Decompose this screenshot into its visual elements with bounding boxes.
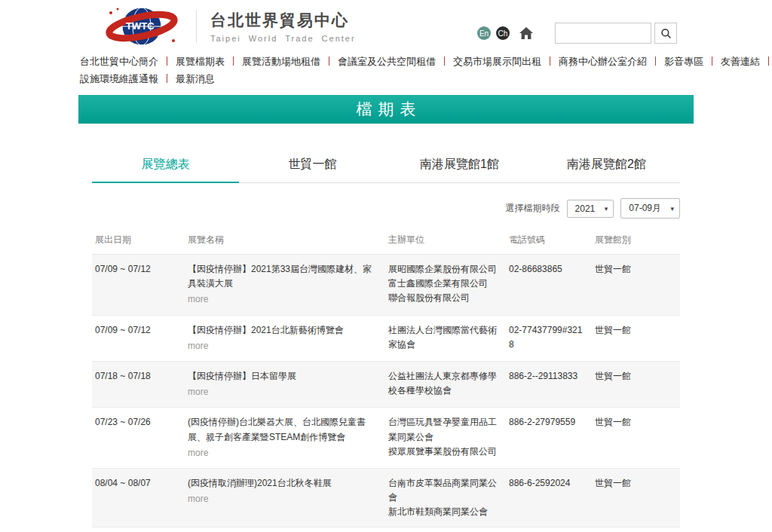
exhibition-title: 【因疫情停辦】2021第33屆台灣國際建材、家具裝潢大展 bbox=[188, 262, 378, 291]
organizer-name: 新北市鞋類商業同業公會 bbox=[388, 505, 498, 519]
nav-separator bbox=[768, 57, 769, 66]
column-header-name: 展覽名稱 bbox=[188, 231, 388, 255]
nav-item[interactable]: 會議室及公共空間租借 bbox=[338, 56, 436, 67]
table-row: 07/18 ~ 07/18【因疫情停辦】日本留學展more公益社團法人東京都專修… bbox=[92, 361, 680, 407]
home-button[interactable] bbox=[519, 26, 534, 40]
tab-nangang-hall-2[interactable]: 南港展覽館2館 bbox=[533, 152, 680, 182]
header-tools: En Ch bbox=[477, 23, 677, 44]
more-link[interactable]: more bbox=[188, 446, 208, 460]
exhibition-name-cell: 【因疫情停辦】2021第33屆台灣國際建材、家具裝潢大展more bbox=[188, 255, 388, 316]
search-button[interactable] bbox=[654, 23, 677, 44]
table-row: 08/06 ~ 08/09(取消辦理)第27屆福爾摩莎家具展more新北市家具商… bbox=[92, 527, 680, 532]
nav-item[interactable]: 設施環境維護通報 bbox=[80, 73, 158, 84]
page-banner: 檔期表 bbox=[78, 95, 694, 124]
nav-separator bbox=[167, 74, 167, 83]
organizer-name: 台灣區玩具暨孕嬰童用品工業同業公會 bbox=[388, 415, 498, 444]
organizer-cell: 展昭國際企業股份有限公司富士鑫國際企業有限公司聯合報股份有限公司 bbox=[388, 255, 509, 316]
organizer-name: 富士鑫國際企業有限公司 bbox=[388, 277, 498, 291]
site-subtitle: Taipei World Trade Center bbox=[210, 34, 356, 43]
year-select[interactable]: 2021 ▾ bbox=[567, 200, 614, 218]
table-row: 07/09 ~ 07/12【因疫情停辦】2021第33屆台灣國際建材、家具裝潢大… bbox=[92, 255, 680, 316]
nav-item[interactable]: 商務中心辦公室介紹 bbox=[559, 56, 647, 67]
tab-label: 世貿一館 bbox=[289, 157, 337, 170]
nav-item[interactable]: 展覽檔期表 bbox=[176, 56, 225, 67]
organizer-name: 聯合報股份有限公司 bbox=[388, 291, 498, 305]
exhibition-name-cell: (因疫情取消辦理)2021台北秋冬鞋展more bbox=[188, 468, 388, 527]
home-icon bbox=[519, 26, 534, 40]
venue-cell: 世貿一館 bbox=[595, 527, 680, 532]
nav-item[interactable]: 交易市場展示間出租 bbox=[453, 56, 541, 67]
organizer-name: 公益社團法人東京都專修學校各種學校協會 bbox=[388, 369, 498, 398]
table-row: 07/09 ~ 07/12【因疫情停辦】2021台北新藝術博覽會more社團法人… bbox=[92, 315, 680, 361]
phone-number-cell: 27597167#113 bbox=[509, 527, 595, 532]
more-link[interactable]: more bbox=[188, 339, 208, 353]
organizer-name: 揆眾展覽事業股份有限公司 bbox=[388, 445, 498, 459]
search-input[interactable] bbox=[555, 23, 651, 44]
nav-item[interactable]: 最新消息 bbox=[176, 73, 215, 84]
schedule-table: 展出日期 展覽名稱 主辦單位 電話號碼 展覽館別 07/09 ~ 07/12【因… bbox=[92, 231, 680, 532]
organizer-cell: 台南市皮革製品商業同業公會新北市鞋類商業同業公會 bbox=[388, 468, 509, 527]
nav-separator bbox=[550, 57, 550, 66]
nav-item[interactable]: 台北世貿中心簡介 bbox=[80, 56, 158, 67]
nav-item[interactable]: 影音專區 bbox=[664, 56, 703, 67]
exhibition-title: (因疫情停辦)台北樂器大展、台北國際兒童書展、親子創客產業暨STEAM創作博覽會 bbox=[188, 415, 378, 444]
search-icon bbox=[660, 28, 672, 39]
column-header-organizer: 主辦單位 bbox=[388, 231, 509, 255]
filter-label: 選擇檔期時段 bbox=[506, 202, 560, 215]
search-box bbox=[555, 23, 677, 44]
exhibition-name-cell: (因疫情停辦)台北樂器大展、台北國際兒童書展、親子創客產業暨STEAM創作博覽會… bbox=[188, 408, 388, 469]
tab-exhibition-overview[interactable]: 展覽總表 bbox=[92, 152, 239, 183]
period-select[interactable]: 07-09月 ▾ bbox=[620, 198, 680, 219]
column-header-phone: 電話號碼 bbox=[509, 231, 595, 255]
nav-row-2: 設施環境維護通報最新消息 bbox=[80, 70, 692, 87]
nav-separator bbox=[329, 57, 329, 66]
lang-ch-button[interactable]: Ch bbox=[496, 26, 510, 40]
nav-separator bbox=[655, 57, 656, 66]
nav-separator bbox=[233, 57, 234, 66]
nav-item[interactable]: 友善連結 bbox=[721, 56, 760, 67]
svg-text:TWTC: TWTC bbox=[126, 20, 155, 32]
phone-number-cell: 02-86683865 bbox=[509, 255, 595, 316]
nav-separator bbox=[712, 57, 712, 66]
tab-label: 南港展覽館2館 bbox=[567, 157, 646, 170]
tab-nangang-hall-1[interactable]: 南港展覽館1館 bbox=[386, 152, 533, 182]
organizer-name: 展昭國際企業股份有限公司 bbox=[388, 262, 498, 277]
twtc-logo[interactable]: TWTC bbox=[101, 6, 182, 47]
nav-item[interactable]: 展覽活動場地租借 bbox=[242, 56, 320, 67]
tab-twtc-hall-1[interactable]: 世貿一館 bbox=[239, 152, 386, 182]
header-divider bbox=[196, 10, 197, 43]
venue-cell: 世貿一館 bbox=[595, 315, 680, 361]
more-link[interactable]: more bbox=[188, 292, 208, 307]
tab-label: 展覽總表 bbox=[142, 157, 190, 170]
venue-cell: 世貿一館 bbox=[595, 255, 680, 316]
phone-number-cell: 02-77437799#3218 bbox=[509, 315, 595, 361]
column-header-venue: 展覽館別 bbox=[595, 231, 680, 255]
nav-separator bbox=[167, 57, 167, 66]
site-header: TWTC 台北世界貿易中心 Taipei World Trade Center … bbox=[78, 0, 694, 51]
phone-number-cell: 886-6-2592024 bbox=[509, 468, 595, 527]
nav-separator bbox=[444, 57, 445, 66]
organizer-cell: 社團法人台灣國際當代藝術家協會 bbox=[388, 315, 509, 361]
more-link[interactable]: more bbox=[188, 492, 208, 506]
venue-cell: 世貿一館 bbox=[595, 468, 680, 527]
schedule-table-body: 07/09 ~ 07/12【因疫情停辦】2021第33屆台灣國際建材、家具裝潢大… bbox=[92, 255, 680, 532]
exhibition-date-cell: 07/18 ~ 07/18 bbox=[92, 361, 188, 407]
exhibition-name-cell: 【因疫情停辦】日本留學展more bbox=[188, 361, 388, 407]
nav-row-1: 台北世貿中心簡介展覽檔期表展覽活動場地租借會議室及公共空間租借交易市場展示間出租… bbox=[80, 53, 692, 70]
exhibition-name-cell: (取消辦理)第27屆福爾摩莎家具展more bbox=[188, 527, 388, 532]
organizer-name: 社團法人台灣國際當代藝術家協會 bbox=[388, 323, 498, 352]
exhibition-date-cell: 07/23 ~ 07/26 bbox=[92, 408, 188, 469]
chevron-down-icon: ▾ bbox=[670, 204, 674, 212]
year-select-value: 2021 bbox=[575, 203, 596, 214]
lang-en-button[interactable]: En bbox=[477, 26, 491, 40]
venue-cell: 世貿一館 bbox=[595, 361, 680, 407]
schedule-table-head: 展出日期 展覽名稱 主辦單位 電話號碼 展覽館別 bbox=[92, 231, 680, 255]
period-filter: 選擇檔期時段 2021 ▾ 07-09月 ▾ bbox=[92, 198, 680, 219]
venue-cell: 世貿一館 bbox=[595, 408, 680, 469]
exhibition-name-cell: 【因疫情停辦】2021台北新藝術博覽會more bbox=[188, 315, 388, 361]
globe-logo-icon: TWTC bbox=[101, 6, 182, 47]
chevron-down-icon: ▾ bbox=[605, 204, 608, 212]
exhibition-title: 【因疫情停辦】日本留學展 bbox=[188, 369, 378, 384]
more-link[interactable]: more bbox=[188, 385, 208, 399]
period-select-value: 07-09月 bbox=[629, 203, 661, 213]
